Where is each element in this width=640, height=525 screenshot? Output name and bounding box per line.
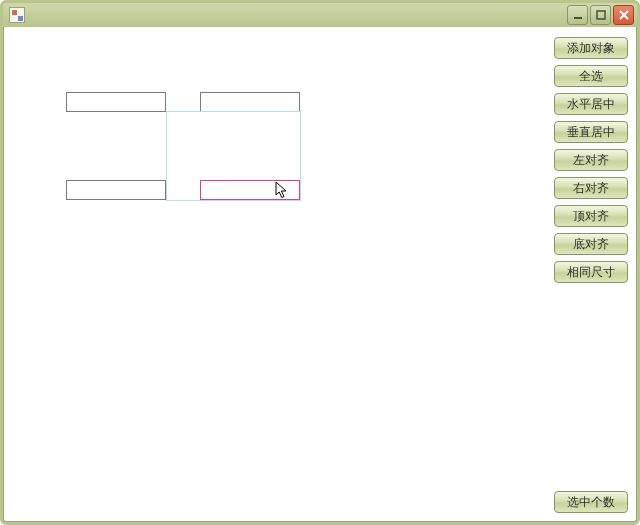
align-bottom-button[interactable]: 底对齐 — [554, 233, 628, 255]
minimize-button[interactable] — [567, 5, 588, 25]
maximize-icon — [596, 10, 606, 20]
close-icon — [619, 10, 629, 20]
canvas-object[interactable] — [200, 92, 300, 112]
canvas-object[interactable] — [66, 92, 166, 112]
selection-guide — [166, 111, 301, 201]
select-all-button[interactable]: 全选 — [554, 65, 628, 87]
same-size-button[interactable]: 相同尺寸 — [554, 261, 628, 283]
align-left-button[interactable]: 左对齐 — [554, 149, 628, 171]
h-center-button[interactable]: 水平居中 — [554, 93, 628, 115]
app-icon — [9, 7, 25, 23]
canvas-object[interactable] — [66, 180, 166, 200]
svg-rect-0 — [574, 17, 582, 19]
align-right-button[interactable]: 右对齐 — [554, 177, 628, 199]
selected-count-button[interactable]: 选中个数 — [554, 491, 628, 513]
client-area: 添加对象 全选 水平居中 垂直居中 左对齐 右对齐 顶对齐 底对齐 相同尺寸 选… — [3, 27, 637, 522]
button-panel: 添加对象 全选 水平居中 垂直居中 左对齐 右对齐 顶对齐 底对齐 相同尺寸 — [554, 37, 628, 283]
add-object-button[interactable]: 添加对象 — [554, 37, 628, 59]
design-canvas[interactable] — [4, 27, 548, 521]
svg-rect-1 — [597, 11, 605, 19]
titlebar[interactable] — [3, 3, 637, 27]
active-object-outline[interactable] — [200, 180, 300, 200]
maximize-button[interactable] — [590, 5, 611, 25]
align-top-button[interactable]: 顶对齐 — [554, 205, 628, 227]
minimize-icon — [573, 10, 583, 20]
app-window: 添加对象 全选 水平居中 垂直居中 左对齐 右对齐 顶对齐 底对齐 相同尺寸 选… — [0, 0, 640, 525]
cursor-icon — [275, 181, 289, 201]
close-button[interactable] — [613, 5, 634, 25]
window-controls — [567, 5, 634, 25]
v-center-button[interactable]: 垂直居中 — [554, 121, 628, 143]
